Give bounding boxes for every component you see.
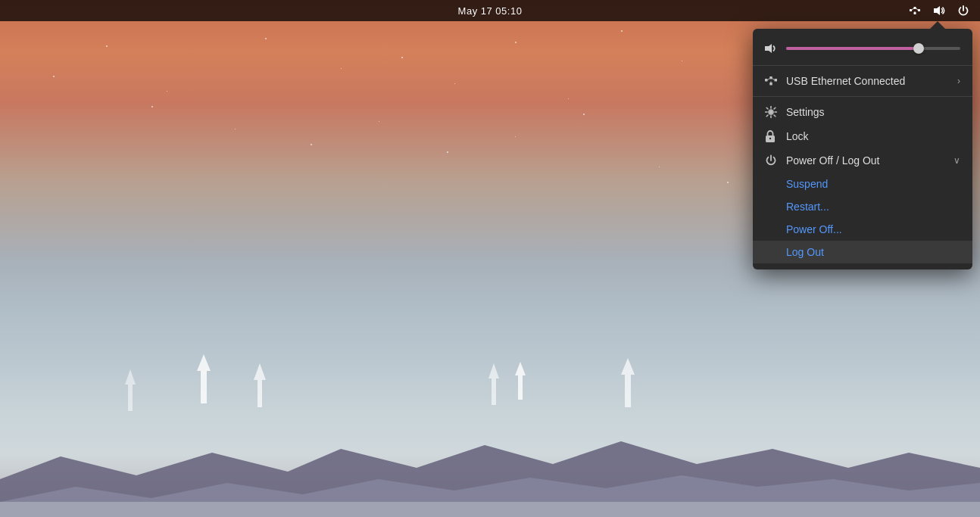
power-off-label: Power Off / Log Out xyxy=(786,154,946,167)
volume-icon xyxy=(765,42,779,55)
volume-icon-btn[interactable] xyxy=(929,0,950,21)
rocket-6 xyxy=(621,358,635,407)
settings-menu-item[interactable]: Settings xyxy=(753,100,972,124)
rocket-4 xyxy=(488,363,499,405)
logout-label: Log Out xyxy=(786,246,824,258)
star xyxy=(379,121,379,122)
star xyxy=(515,136,516,137)
mountains xyxy=(0,426,980,517)
star xyxy=(568,98,569,99)
star xyxy=(311,144,312,145)
power-expand-icon: ∨ xyxy=(953,155,960,166)
star xyxy=(106,45,108,47)
logout-item[interactable]: Log Out xyxy=(753,241,972,263)
star xyxy=(682,61,682,61)
svg-marker-3 xyxy=(125,369,136,411)
svg-marker-5 xyxy=(254,363,266,407)
power-menu-icon xyxy=(765,154,779,167)
volume-thumb[interactable] xyxy=(913,43,924,54)
svg-rect-12 xyxy=(914,12,916,14)
star xyxy=(167,91,167,92)
suspend-item[interactable]: Suspend xyxy=(753,173,972,195)
svg-marker-7 xyxy=(515,362,526,400)
star xyxy=(401,57,403,58)
network-arrow-icon: › xyxy=(957,76,960,86)
star xyxy=(659,167,660,167)
separator-2 xyxy=(753,96,972,97)
svg-line-14 xyxy=(916,8,919,11)
svg-rect-21 xyxy=(769,83,772,86)
svg-line-23 xyxy=(772,79,775,80)
power-icon-btn[interactable] xyxy=(953,0,974,21)
svg-rect-2 xyxy=(0,502,980,517)
lock-menu-item[interactable]: Lock xyxy=(753,124,972,148)
star xyxy=(447,151,448,153)
svg-line-22 xyxy=(768,79,770,80)
volume-fill xyxy=(786,47,919,50)
network-label: USB Ethernet Connected xyxy=(786,75,950,87)
svg-rect-10 xyxy=(914,7,916,9)
power-off-menu-item[interactable]: Power Off / Log Out ∨ xyxy=(753,148,972,173)
star xyxy=(621,30,623,32)
svg-rect-11 xyxy=(918,9,920,11)
star xyxy=(341,68,342,69)
power-icon xyxy=(957,5,969,17)
network-icon xyxy=(909,5,921,17)
rocket-2 xyxy=(197,354,211,403)
star xyxy=(265,38,267,39)
lock-icon xyxy=(765,130,779,142)
svg-marker-16 xyxy=(934,6,940,15)
star xyxy=(235,129,236,129)
settings-label: Settings xyxy=(786,106,960,118)
star xyxy=(53,76,55,77)
svg-point-27 xyxy=(769,138,771,139)
separator-1 xyxy=(753,65,972,66)
star xyxy=(454,83,455,84)
power-off-sub-label: Power Off... xyxy=(786,223,842,235)
star xyxy=(727,182,729,183)
star xyxy=(151,106,153,107)
star xyxy=(583,114,585,115)
network-menu-icon xyxy=(765,76,779,86)
volume-topbar-icon xyxy=(933,5,945,17)
svg-rect-9 xyxy=(910,9,912,11)
lock-label: Lock xyxy=(786,130,960,142)
volume-slider[interactable] xyxy=(786,47,960,50)
restart-item[interactable]: Restart... xyxy=(753,195,972,218)
topbar-icons xyxy=(904,0,974,21)
svg-marker-8 xyxy=(621,358,635,407)
svg-point-25 xyxy=(769,111,772,114)
svg-rect-18 xyxy=(765,79,768,82)
system-menu-dropdown: USB Ethernet Connected › Settings Lock xyxy=(753,29,972,269)
svg-marker-17 xyxy=(765,44,772,53)
svg-marker-6 xyxy=(488,363,499,405)
svg-line-13 xyxy=(912,8,914,11)
network-menu-item[interactable]: USB Ethernet Connected › xyxy=(753,69,972,93)
restart-label: Restart... xyxy=(786,201,829,213)
rocket-5 xyxy=(515,362,526,400)
topbar: May 17 05:10 xyxy=(0,0,980,21)
settings-icon xyxy=(765,106,779,118)
svg-marker-4 xyxy=(197,354,211,403)
svg-rect-19 xyxy=(769,76,772,79)
power-off-item[interactable]: Power Off... xyxy=(753,218,972,241)
star xyxy=(515,42,517,43)
svg-rect-20 xyxy=(775,79,778,82)
rocket-1 xyxy=(125,369,136,411)
volume-row[interactable] xyxy=(753,35,972,62)
clock-display: May 17 05:10 xyxy=(458,5,523,17)
rocket-3 xyxy=(254,363,266,407)
network-icon-btn[interactable] xyxy=(904,0,925,21)
suspend-label: Suspend xyxy=(786,178,828,190)
